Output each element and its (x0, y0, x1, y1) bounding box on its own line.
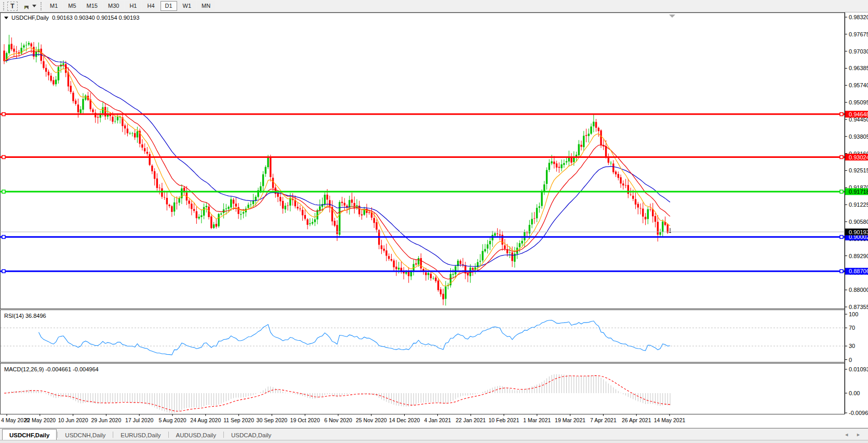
svg-text:0.91718: 0.91718 (849, 189, 868, 195)
timeframe-button-m1[interactable]: M1 (45, 1, 62, 11)
macd-histogram (4, 374, 670, 413)
svg-text:0.92515: 0.92515 (849, 167, 868, 173)
hline-0.93024[interactable] (0, 156, 845, 159)
svg-text:30: 30 (849, 343, 855, 349)
svg-text:29 Jun 2020: 29 Jun 2020 (91, 417, 121, 423)
svg-text:0.87355: 0.87355 (849, 304, 868, 310)
svg-text:0: 0 (849, 357, 852, 363)
svg-text:19 Oct 2020: 19 Oct 2020 (290, 417, 320, 423)
toolbar-grip[interactable] (3, 2, 5, 10)
tab-eurusd-daily[interactable]: EURUSD,Daily (114, 429, 167, 440)
indicator-axes: 100703000.0109330.00-0.009653 (845, 311, 868, 416)
chart-shift-marker[interactable] (669, 15, 675, 18)
text-tool-button[interactable]: T (7, 2, 18, 11)
tab-separator (223, 432, 224, 438)
svg-text:0.94648: 0.94648 (849, 111, 868, 117)
svg-text:24 Aug 2020: 24 Aug 2020 (190, 417, 221, 423)
svg-text:0.90193: 0.90193 (849, 229, 868, 235)
svg-text:10 Jun 2020: 10 Jun 2020 (58, 417, 88, 423)
cursor-mode-button[interactable] (21, 3, 38, 10)
svg-text:0.95095: 0.95095 (849, 99, 868, 105)
svg-text:0.00: 0.00 (849, 390, 860, 396)
rsi-level-lines (1, 328, 845, 346)
rsi-line (39, 320, 671, 355)
candlestick-series (3, 35, 671, 305)
toolbar-grip2[interactable] (41, 2, 42, 10)
svg-text:0.97675: 0.97675 (849, 31, 868, 37)
svg-text:0.90580: 0.90580 (849, 219, 868, 225)
tab-scroll-arrows: ◄ ► (844, 429, 866, 440)
svg-text:0.89290: 0.89290 (849, 253, 868, 259)
svg-text:0.93805: 0.93805 (849, 133, 868, 140)
svg-text:6 Nov 2020: 6 Nov 2020 (324, 417, 352, 423)
ma-mid-line (4, 51, 670, 279)
collapse-triangle-icon[interactable] (4, 17, 8, 19)
chart-ohlc-values: 0.90163 0.90340 0.90154 0.90193 (52, 15, 139, 21)
moving-average-lines (4, 48, 670, 286)
tab-separator (57, 432, 58, 438)
chart-canvas[interactable]: 0.983200.976750.970300.963850.957400.950… (0, 12, 868, 428)
tab-separator (168, 432, 169, 438)
symbol-tab-bar: USDCHF,DailyUSDCNH,DailyEURUSD,DailyAUDU… (0, 428, 868, 440)
svg-text:1 Mar 2021: 1 Mar 2021 (523, 417, 551, 423)
timeframe-button-group: M1M5M15M30H1H4D1W1MN (45, 1, 216, 11)
price-tag-0.93024: 0.93024 (845, 154, 868, 160)
price-tag-0.91718: 0.91718 (845, 188, 868, 195)
svg-text:30 Sep 2020: 30 Sep 2020 (257, 417, 288, 423)
svg-text:0.96385: 0.96385 (849, 65, 868, 71)
tab-audusd-daily[interactable]: AUDUSD,Daily (169, 429, 223, 440)
timeframe-button-m15[interactable]: M15 (82, 1, 102, 11)
timeframe-button-d1[interactable]: D1 (161, 1, 177, 11)
svg-text:100: 100 (849, 311, 858, 317)
current-price-tag: 0.90193 (845, 229, 868, 235)
svg-text:17 Jul 2020: 17 Jul 2020 (125, 417, 153, 423)
svg-text:11 Sep 2020: 11 Sep 2020 (223, 417, 254, 423)
svg-text:5 Aug 2020: 5 Aug 2020 (158, 417, 186, 423)
price-tag-0.88706: 0.88706 (845, 268, 868, 275)
chart-window: 0.983200.976750.970300.963850.957400.950… (0, 12, 868, 428)
svg-text:0.88706: 0.88706 (849, 268, 868, 274)
svg-text:10 Feb 2021: 10 Feb 2021 (489, 417, 519, 423)
tab-scroll-left-icon[interactable]: ◄ (844, 432, 849, 437)
tab-usdchf-daily[interactable]: USDCHF,Daily (2, 429, 57, 440)
status-strip (0, 440, 868, 443)
hline-0.90002[interactable] (0, 235, 845, 238)
tab-usdcnh-daily[interactable]: USDCNH,Daily (58, 429, 112, 440)
svg-text:22 May 2020: 22 May 2020 (24, 417, 56, 423)
hline-0.88706[interactable] (0, 270, 845, 273)
timeframe-button-m5[interactable]: M5 (63, 1, 81, 11)
hline-0.91718[interactable] (0, 190, 845, 193)
top-toolbar: T M1M5M15M30H1H4D1W1MN (0, 0, 868, 12)
price-axis: 0.983200.976750.970300.963850.957400.950… (845, 14, 868, 310)
rsi-indicator-label: RSI(14) 36.8496 (4, 313, 46, 319)
date-axis: 4 May 202022 May 202010 Jun 202029 Jun 2… (1, 414, 686, 423)
svg-text:26 Apr 2021: 26 Apr 2021 (622, 417, 651, 423)
svg-text:0.95740: 0.95740 (849, 82, 868, 88)
svg-text:-0.009653: -0.009653 (849, 410, 868, 416)
hline-0.94648[interactable] (0, 113, 845, 116)
chart-symbol-period: USDCHF,Daily (11, 15, 49, 21)
tab-scroll-right-icon[interactable]: ► (856, 432, 861, 437)
timeframe-button-h4[interactable]: H4 (142, 1, 159, 11)
tab-usdcad-daily[interactable]: USDCAD,Daily (224, 429, 278, 440)
svg-text:0.97030: 0.97030 (849, 48, 868, 55)
timeframe-button-m30[interactable]: M30 (103, 1, 124, 11)
chart-title: USDCHF,Daily 0.90163 0.90340 0.90154 0.9… (4, 15, 139, 21)
svg-text:4 Jan 2021: 4 Jan 2021 (424, 417, 451, 423)
svg-text:0.88000: 0.88000 (849, 287, 868, 293)
timeframe-button-h1[interactable]: H1 (125, 1, 141, 11)
svg-text:14 Dec 2020: 14 Dec 2020 (389, 417, 420, 423)
svg-text:22 Jan 2021: 22 Jan 2021 (456, 417, 486, 423)
support-resistance-lines[interactable] (0, 113, 845, 273)
svg-text:70: 70 (849, 325, 855, 331)
timeframe-button-w1[interactable]: W1 (178, 1, 196, 11)
timeframe-button-mn[interactable]: MN (197, 1, 215, 11)
svg-text:0.98320: 0.98320 (849, 14, 868, 20)
tab-separator (113, 432, 113, 438)
svg-text:0.010933: 0.010933 (849, 366, 868, 372)
dropdown-caret-icon (32, 5, 36, 7)
svg-text:14 May 2021: 14 May 2021 (654, 417, 686, 423)
panel-frames (1, 12, 845, 414)
svg-text:19 Mar 2021: 19 Mar 2021 (555, 417, 585, 423)
symbol-tabs: USDCHF,DailyUSDCNH,DailyEURUSD,DailyAUDU… (2, 429, 278, 440)
